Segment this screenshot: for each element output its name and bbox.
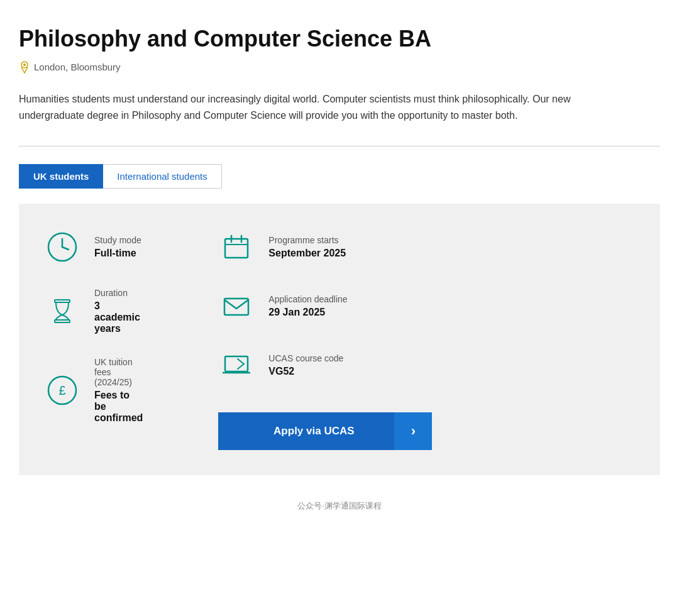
duration-item: Duration 3 academic years — [44, 288, 143, 334]
ucas-code-text: UCAS course code VG52 — [268, 353, 343, 377]
tab-uk-students[interactable]: UK students — [19, 164, 103, 189]
study-mode-item: Study mode Full-time — [44, 229, 143, 265]
hourglass-icon — [44, 293, 80, 329]
tab-international-students[interactable]: International students — [103, 164, 221, 189]
info-card: Study mode Full-time Duration 3 academ — [19, 204, 660, 475]
tuition-fees-item: £ UK tuition fees (2024/25) Fees to be c… — [44, 357, 143, 424]
programme-starts-value: September 2025 — [268, 248, 346, 259]
envelope-icon — [218, 288, 255, 324]
watermark-text: 公众号·渊学通国际课程 — [297, 501, 382, 510]
apply-section: Apply via UCAS › — [218, 412, 432, 450]
apply-via-ucas-button[interactable]: Apply via UCAS › — [218, 412, 432, 450]
application-deadline-item: Application deadline 29 Jan 2025 — [218, 288, 432, 324]
application-deadline-text: Application deadline 29 Jan 2025 — [268, 294, 347, 318]
study-mode-text: Study mode Full-time — [94, 235, 141, 259]
svg-rect-5 — [55, 300, 70, 302]
apply-button-label: Apply via UCAS — [218, 425, 394, 437]
svg-line-4 — [62, 247, 69, 250]
svg-rect-9 — [225, 239, 248, 258]
svg-line-17 — [238, 364, 244, 369]
laptop-icon — [218, 347, 255, 383]
student-tabs: UK students International students — [19, 164, 660, 189]
duration-value: 3 academic years — [94, 300, 143, 334]
application-deadline-label: Application deadline — [268, 294, 347, 304]
location-row: London, Bloomsbury — [19, 61, 660, 72]
study-mode-value: Full-time — [94, 248, 141, 259]
apply-button-arrow-icon: › — [394, 412, 432, 450]
duration-text: Duration 3 academic years — [94, 288, 143, 334]
page-title: Philosophy and Computer Science BA — [19, 25, 660, 52]
programme-starts-label: Programme starts — [268, 235, 346, 245]
svg-point-1 — [23, 63, 26, 66]
study-mode-label: Study mode — [94, 235, 141, 245]
calendar-icon — [218, 229, 255, 265]
location-pin-icon — [19, 61, 30, 72]
location-text: London, Bloomsbury — [34, 62, 121, 72]
tuition-fees-value: Fees to be confirmed — [94, 390, 143, 424]
tuition-fees-text: UK tuition fees (2024/25) Fees to be con… — [94, 357, 143, 424]
tuition-fees-label: UK tuition fees (2024/25) — [94, 357, 143, 387]
svg-line-16 — [238, 359, 244, 364]
info-col-left: Study mode Full-time Duration 3 academ — [44, 229, 180, 450]
info-col-right: Programme starts September 2025 Applicat… — [180, 229, 432, 450]
clock-icon — [44, 229, 80, 265]
course-description: Humanities students must understand our … — [19, 91, 585, 123]
ucas-code-value: VG52 — [268, 366, 343, 377]
svg-rect-13 — [224, 299, 248, 315]
programme-starts-item: Programme starts September 2025 — [218, 229, 432, 265]
svg-text:£: £ — [58, 383, 65, 397]
svg-rect-6 — [55, 320, 70, 322]
programme-starts-text: Programme starts September 2025 — [268, 235, 346, 259]
ucas-code-item: UCAS course code VG52 — [218, 347, 432, 383]
application-deadline-value: 29 Jan 2025 — [268, 307, 347, 318]
section-divider — [19, 146, 660, 146]
ucas-code-label: UCAS course code — [268, 353, 343, 363]
duration-label: Duration — [94, 288, 143, 298]
pound-icon: £ — [44, 372, 80, 409]
watermark: 公众号·渊学通国际课程 — [19, 500, 660, 512]
